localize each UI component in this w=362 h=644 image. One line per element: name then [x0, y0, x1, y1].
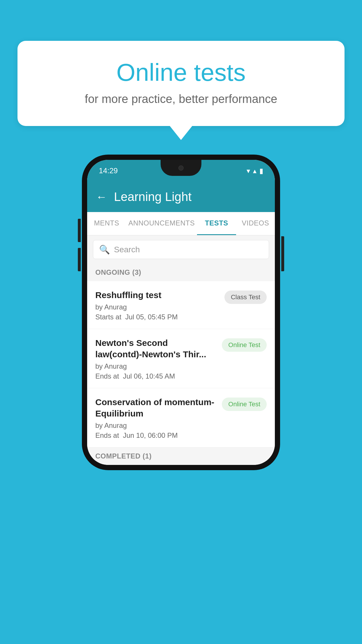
app-header: ← Learning Light [87, 182, 275, 212]
status-bar: 14:29 ▾ ▴ ▮ [87, 160, 275, 182]
status-time: 14:29 [99, 166, 118, 175]
completed-section-header: COMPLETED (1) [87, 447, 275, 465]
test-info-3: Conservation of momentum-Equilibrium by … [95, 396, 216, 440]
back-arrow-icon[interactable]: ← [96, 191, 107, 202]
tab-ments[interactable]: MENTS [87, 212, 126, 235]
phone-notch [161, 160, 201, 176]
phone-outer: 14:29 ▾ ▴ ▮ ← Learning Light [82, 155, 280, 470]
test-author-2: by Anurag [95, 362, 216, 370]
test-author-3: by Anurag [95, 421, 216, 430]
camera [178, 165, 184, 171]
test-item-2[interactable]: Newton's Second law(contd)-Newton's Thir… [87, 329, 275, 388]
tab-tests[interactable]: TESTS [197, 212, 236, 235]
tab-bar: MENTS ANNOUNCEMENTS TESTS VIDEOS [87, 212, 275, 235]
test-info-2: Newton's Second law(contd)-Newton's Thir… [95, 337, 216, 380]
test-item-1[interactable]: Reshuffling test by Anurag Starts at Jul… [87, 281, 275, 329]
test-time-3: Ends at Jun 10, 06:00 PM [95, 431, 216, 440]
test-badge-1: Class Test [224, 290, 267, 304]
test-list: Reshuffling test by Anurag Starts at Jul… [87, 281, 275, 447]
search-input-wrapper[interactable]: 🔍 Search [93, 240, 269, 259]
signal-icon: ▴ [253, 167, 256, 175]
speech-bubble-container: Online tests for more practice, better p… [17, 41, 345, 126]
test-badge-2: Online Test [222, 338, 267, 352]
phone-wrapper: 14:29 ▾ ▴ ▮ ← Learning Light [82, 155, 280, 470]
test-item-3[interactable]: Conservation of momentum-Equilibrium by … [87, 388, 275, 447]
test-time-2: Ends at Jul 06, 10:45 AM [95, 372, 216, 380]
wifi-icon: ▾ [247, 167, 250, 175]
phone-container: 14:29 ▾ ▴ ▮ ← Learning Light [82, 155, 280, 470]
bubble-title: Online tests [41, 58, 321, 87]
test-badge-3: Online Test [222, 398, 267, 411]
test-info-1: Reshuffling test by Anurag Starts at Jul… [95, 289, 219, 321]
tab-announcements[interactable]: ANNOUNCEMENTS [126, 212, 197, 235]
test-name-1: Reshuffling test [95, 289, 219, 301]
battery-icon: ▮ [259, 167, 263, 175]
side-button-power [281, 236, 284, 271]
status-icons: ▾ ▴ ▮ [247, 167, 263, 175]
tab-videos[interactable]: VIDEOS [236, 212, 275, 235]
phone-inner: 14:29 ▾ ▴ ▮ ← Learning Light [87, 160, 275, 465]
test-name-2: Newton's Second law(contd)-Newton's Thir… [95, 337, 216, 360]
app-title: Learning Light [114, 190, 191, 204]
search-container: 🔍 Search [87, 235, 275, 264]
test-name-3: Conservation of momentum-Equilibrium [95, 396, 216, 419]
speech-bubble: Online tests for more practice, better p… [17, 41, 345, 126]
ongoing-section-header: ONGOING (3) [87, 264, 275, 281]
bubble-subtitle: for more practice, better performance [41, 92, 321, 106]
side-button-volume-down [78, 248, 81, 271]
search-placeholder-text: Search [114, 245, 140, 254]
search-icon: 🔍 [99, 244, 110, 255]
test-time-1: Starts at Jul 05, 05:45 PM [95, 313, 219, 321]
test-author-1: by Anurag [95, 303, 219, 311]
side-button-volume-up [78, 219, 81, 242]
